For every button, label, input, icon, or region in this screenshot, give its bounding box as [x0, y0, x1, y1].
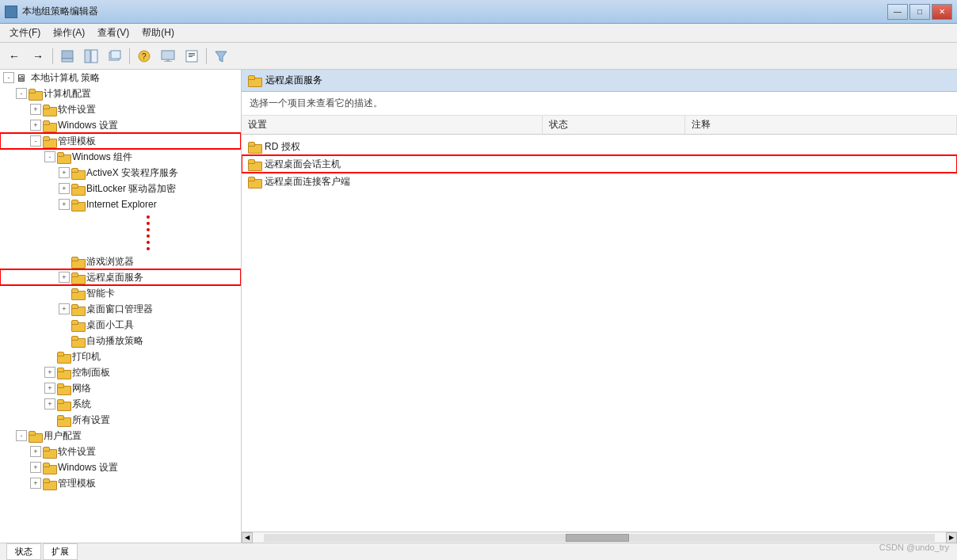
minimize-button[interactable]: — — [887, 4, 908, 20]
folder-icon-network — [57, 383, 70, 394]
tree-expand-wincomp[interactable]: - — [44, 151, 55, 162]
tree-item-allsettings[interactable]: 所有设置 — [0, 412, 241, 428]
toolbar-separator-1 — [52, 48, 53, 64]
hscroll-thumb[interactable] — [566, 534, 629, 542]
folder-icon-printer — [57, 352, 70, 362]
tree-label-cpl: 控制面板 — [72, 366, 110, 379]
tree-item-wincomp[interactable]: - Windows 组件 — [0, 149, 241, 165]
tree-item-userconfig[interactable]: - 用户配置 — [0, 428, 241, 444]
hscroll-left-btn[interactable]: ◀ — [242, 532, 253, 543]
tree-expand-windows[interactable]: + — [30, 120, 41, 131]
tree-expand-useradmin[interactable]: + — [30, 478, 41, 489]
tree-expand-network[interactable]: + — [44, 383, 55, 394]
tree-item-printer[interactable]: 打印机 — [0, 349, 241, 364]
tree-expand-cpl[interactable]: + — [44, 367, 55, 378]
tree-expand-software[interactable]: + — [30, 104, 41, 115]
hscroll-track[interactable] — [264, 534, 935, 542]
folder-icon-software — [43, 105, 55, 115]
monitor-button[interactable] — [157, 46, 179, 67]
tree-expand-userwindows[interactable]: + — [30, 462, 41, 473]
folder-icon-userconfig — [29, 431, 41, 441]
tree-expand-usersoftware[interactable]: + — [30, 446, 41, 457]
tree-expand-activex[interactable]: + — [59, 167, 70, 178]
tree-item-useradmin[interactable]: + 管理模板 — [0, 475, 241, 491]
tree-item-userwindows[interactable]: + Windows 设置 — [0, 459, 241, 475]
tree-item-computer[interactable]: - 计算机配置 — [0, 86, 241, 101]
description-bar: 选择一个项目来查看它的描述。 — [242, 92, 957, 116]
up-button[interactable] — [56, 46, 78, 67]
tree-label-gadgets: 桌面小工具 — [86, 318, 134, 332]
tree-item-network[interactable]: + 网络 — [0, 380, 241, 396]
right-item-rdclient[interactable]: 远程桌面连接客户端 — [242, 173, 957, 190]
tree-item-gadgets[interactable]: 桌面小工具 — [0, 317, 241, 333]
tree-expand-deskwin[interactable]: + — [59, 303, 70, 314]
right-item-label-rdauth: RD 授权 — [265, 140, 300, 154]
status-tab-extended[interactable]: 扩展 — [43, 543, 78, 560]
tree-label-ie: Internet Explorer — [86, 199, 157, 210]
folder-icon-usersoftware — [43, 447, 55, 457]
tree-expand-allsettings — [44, 414, 55, 425]
watermark: CSDN @undo_try — [879, 543, 949, 552]
right-item-rdsession[interactable]: 远程桌面会话主机 — [242, 155, 957, 173]
svg-rect-0 — [62, 51, 73, 59]
tree-label-useradmin: 管理模板 — [58, 477, 96, 490]
status-tab-status[interactable]: 状态 — [6, 543, 41, 560]
tree-item-cpl[interactable]: + 控制面板 — [0, 364, 241, 380]
back-button[interactable]: ← — [3, 46, 25, 67]
tree-item-software[interactable]: + 软件设置 — [0, 101, 241, 117]
menu-action[interactable]: 操作(A) — [47, 25, 91, 41]
tree-expand-admin[interactable]: - — [30, 135, 41, 147]
app-icon — [5, 6, 17, 18]
status-bar: 状态 扩展 — [0, 543, 957, 560]
folder-icon-userwindows — [43, 463, 55, 473]
dot-4 — [147, 234, 150, 238]
show-hide-button[interactable] — [80, 46, 102, 67]
tree-item-windows[interactable]: + Windows 设置 — [0, 117, 241, 133]
menu-file[interactable]: 文件(F) — [3, 25, 47, 41]
tree-item-deskwin[interactable]: + 桌面窗口管理器 — [0, 301, 241, 317]
hscroll-right-btn[interactable]: ▶ — [946, 532, 957, 543]
window-controls[interactable]: — □ ✕ — [887, 4, 952, 20]
tree-label-root: 本地计算机 策略 — [31, 71, 100, 85]
new-window-button[interactable] — [104, 46, 126, 67]
menu-help[interactable]: 帮助(H) — [135, 25, 181, 41]
tree-item-activex[interactable]: + ActiveX 安装程序服务 — [0, 165, 241, 181]
tree-expand-computer[interactable]: - — [16, 88, 27, 99]
close-button[interactable]: ✕ — [932, 4, 952, 20]
tree-item-autoplay[interactable]: 自动播放策略 — [0, 333, 241, 349]
tree-expand-userconfig[interactable]: - — [16, 430, 27, 441]
forward-button[interactable]: → — [27, 46, 49, 67]
tree-item-usersoftware[interactable]: + 软件设置 — [0, 444, 241, 459]
tree-item-rds[interactable]: + 远程桌面服务 — [0, 269, 241, 285]
svg-rect-8 — [162, 51, 174, 59]
toolbar: ← → ? — [0, 43, 957, 70]
tree-item-admin[interactable]: - 管理模板 — [0, 133, 241, 149]
right-item-rdauth[interactable]: RD 授权 — [242, 138, 957, 155]
svg-rect-2 — [85, 50, 90, 63]
tree-expand-root[interactable]: - — [3, 72, 14, 83]
tree-item-smartcard[interactable]: 智能卡 — [0, 285, 241, 301]
tree-item-ie[interactable]: + Internet Explorer — [0, 196, 241, 212]
column-headers: 设置 状态 注释 — [242, 116, 957, 135]
window-title: 本地组策略编辑器 — [22, 5, 887, 18]
tree-item-games[interactable]: 游戏浏览器 — [0, 253, 241, 269]
horizontal-scrollbar[interactable]: ◀ ▶ — [242, 531, 957, 543]
tree-expand-system[interactable]: + — [44, 398, 55, 410]
folder-icon-windows — [43, 120, 55, 131]
help-button[interactable]: ? — [133, 46, 155, 67]
toolbar-separator-3 — [206, 48, 207, 64]
tree-expand-ie[interactable]: + — [59, 199, 70, 210]
menu-view[interactable]: 查看(V) — [91, 25, 135, 41]
tree-label-smartcard: 智能卡 — [86, 287, 115, 300]
filter-button[interactable] — [210, 46, 232, 67]
tree-item-system[interactable]: + 系统 — [0, 396, 241, 412]
tree-label-userwindows: Windows 设置 — [58, 461, 118, 474]
tree-expand-rds[interactable]: + — [59, 272, 70, 283]
tree-item-root[interactable]: - 🖥 本地计算机 策略 — [0, 70, 241, 86]
tree-label-allsettings: 所有设置 — [72, 413, 110, 427]
tree-item-bitlocker[interactable]: + BitLocker 驱动器加密 — [0, 181, 241, 196]
maximize-button[interactable]: □ — [909, 4, 930, 20]
tree-label-system: 系统 — [72, 398, 91, 411]
properties-button[interactable] — [181, 46, 203, 67]
tree-expand-bitlocker[interactable]: + — [59, 183, 70, 194]
